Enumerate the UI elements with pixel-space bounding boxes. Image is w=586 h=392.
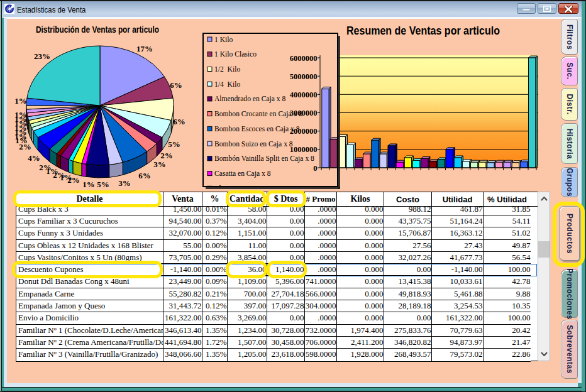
svg-text:1/2 Kilo: 1/2 Kilo [214, 65, 240, 74]
svg-text:5000000: 5000000 [290, 72, 318, 81]
svg-text:2%: 2% [39, 163, 52, 172]
svg-text:1000000: 1000000 [290, 145, 318, 154]
svg-text:3%: 3% [118, 178, 131, 188]
svg-text:0: 0 [313, 164, 317, 173]
svg-text:Almendrado en Caja x 8: Almendrado en Caja x 8 [214, 95, 286, 103]
svg-text:1 Kilo: 1 Kilo [214, 36, 233, 44]
svg-text:5%: 5% [97, 180, 109, 189]
svg-text:6%: 6% [170, 80, 182, 90]
svg-text:4%: 4% [28, 153, 40, 163]
svg-text:2%: 2% [160, 151, 173, 160]
svg-text:5%: 5% [168, 139, 180, 149]
svg-text:1%: 1% [14, 96, 27, 106]
svg-text:4000000: 4000000 [290, 90, 318, 99]
svg-text:1%: 1% [82, 180, 95, 189]
svg-text:6%: 6% [138, 171, 151, 180]
svg-text:6000000: 6000000 [290, 54, 318, 63]
svg-text:1%: 1% [14, 110, 27, 119]
svg-text:Bombon Escoces en Caja x 8: Bombon Escoces en Caja x 8 [214, 125, 300, 133]
svg-text:Bombon Suizo en Caja x 8: Bombon Suizo en Caja x 8 [214, 140, 293, 148]
svg-text:Bombón Vainilla Split en Caja: Bombón Vainilla Split en Caja x 8 [214, 155, 314, 163]
svg-text:1/4 Kilo: 1/4 Kilo [214, 80, 240, 89]
svg-text:23%: 23% [34, 52, 50, 61]
svg-text:1 Kilo Clasico: 1 Kilo Clasico [214, 50, 257, 58]
svg-text:17%: 17% [136, 44, 153, 53]
svg-text:Casatta en Caja x 8: Casatta en Caja x 8 [214, 170, 271, 178]
svg-text:3%: 3% [153, 160, 166, 169]
svg-text:Bombon Crocante en Caja x 8: Bombon Crocante en Caja x 8 [214, 110, 302, 118]
svg-text:6%: 6% [173, 117, 185, 126]
